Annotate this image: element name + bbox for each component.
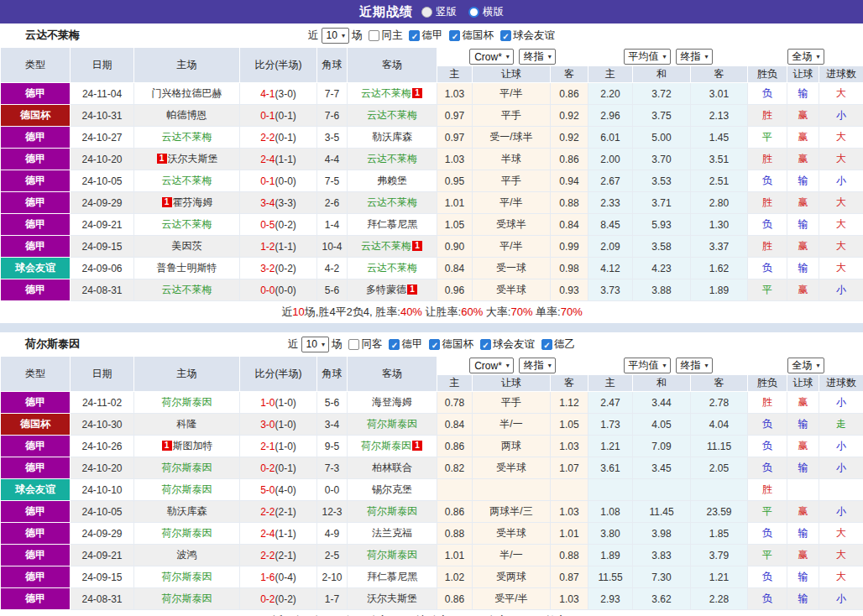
corner-cell: 4-2	[317, 258, 348, 279]
corner-cell: 3-5	[317, 127, 348, 149]
away-team-name: 法兰克福	[372, 527, 412, 539]
final-odds-select[interactable]: 终指▾	[519, 358, 556, 373]
goals-result-cell: 小	[819, 457, 863, 479]
winlose-result-cell: 平	[748, 501, 787, 523]
europe-odds-cell: 3.62	[633, 588, 691, 610]
home-team-cell: 科隆	[134, 414, 240, 436]
home-team-name: 荷尔斯泰因	[162, 593, 212, 604]
handicap-odds-cell: 1.01	[437, 192, 473, 214]
checkbox-checked[interactable]: ✓	[500, 30, 511, 41]
match-row: 德甲24-09-21云达不莱梅0-5(0-2)1-4拜仁慕尼黑1.05受球半0.…	[1, 214, 863, 236]
away-team-cell: 荷尔斯泰因	[348, 414, 437, 436]
layout-option-unselected[interactable]: 竖版	[421, 5, 457, 19]
league-type-cell: 球会友谊	[1, 479, 71, 501]
recent-count-select[interactable]: 10▾	[322, 28, 349, 44]
fulltime-score: 2-4	[260, 154, 275, 165]
away-team-cell: 柏林联合	[348, 457, 437, 479]
away-team-name: 云达不莱梅	[367, 262, 417, 274]
europe-odds-cell: 4.04	[691, 414, 748, 436]
col-header: 角球	[317, 357, 348, 392]
goals-result-cell: 小	[819, 588, 863, 610]
corner-cell: 2-6	[317, 192, 348, 214]
summary-text: 让胜率:	[422, 305, 461, 318]
away-team-cell: 法兰克福	[348, 523, 437, 545]
halftime-score: (1-1)	[275, 154, 296, 165]
summary-cell: 近10场,胜4平2负4, 胜率:40% 让胜率:60% 大率:70% 单率:70…	[1, 301, 863, 324]
home-team-cell: 1斯图加特	[134, 436, 240, 457]
handicap-odds-cell: 0.84	[551, 214, 588, 236]
col-header: 客场	[348, 48, 437, 83]
match-row: 德甲24-09-291霍芬海姆3-4(3-3)2-6云达不莱梅1.01平/半0.…	[1, 192, 863, 214]
europe-odds-cell: 1.21	[691, 566, 748, 588]
away-team-name: 拜仁慕尼黑	[367, 571, 417, 582]
handicap-odds-cell: 0.86	[437, 501, 473, 523]
europe-odds-cell: 3.88	[633, 279, 691, 301]
odds-provider-select[interactable]: Crow*▾	[469, 49, 514, 65]
filter-controls: 近10▾场同客✓德甲✓德国杯✓球会友谊✓德乙	[288, 337, 575, 352]
away-team-cell: 勒沃库森	[348, 127, 437, 149]
checkbox-checked[interactable]: ✓	[409, 30, 420, 41]
full-match-select[interactable]: 全场▾	[787, 358, 824, 373]
handicap-odds-cell: 受球半	[473, 214, 551, 236]
recent-count-select[interactable]: 10▾	[301, 337, 329, 352]
league-type-cell: 德甲	[1, 588, 71, 610]
radio-icon[interactable]	[468, 7, 479, 18]
recent-count-select-value: 10	[306, 338, 317, 350]
final-odds-select[interactable]: 终指▾	[519, 49, 556, 65]
sub-col-header: 主	[437, 66, 473, 83]
home-team-name: 荷尔斯泰因	[162, 462, 212, 473]
handicap-odds-cell: 0.92	[551, 127, 588, 149]
radio-icon[interactable]	[421, 7, 432, 18]
score-cell: 2-4(1-1)	[240, 149, 317, 170]
home-team-name: 普鲁士明斯特	[157, 262, 217, 274]
handicap-odds-cell: 0.86	[551, 149, 588, 170]
goals-result-cell: 大	[819, 192, 863, 214]
away-team-name: 沃尔夫斯堡	[367, 593, 417, 604]
checkbox-checked[interactable]: ✓	[480, 339, 491, 350]
goals-result-cell: 小	[819, 436, 863, 457]
league-type-cell: 德甲	[1, 436, 71, 457]
goals-result-cell: 大	[819, 566, 863, 588]
handicap-result-cell: 输	[787, 170, 819, 192]
average-odds-select-value: 平均值	[629, 358, 659, 373]
date-cell: 24-09-15	[71, 236, 134, 258]
home-team-name: 美因茨	[172, 240, 202, 252]
handicap-result-cell: 赢	[787, 279, 819, 301]
chevron-down-icon: ▾	[817, 362, 820, 369]
corner-cell: 1-4	[317, 214, 348, 236]
handicap-odds-cell: 受半球	[473, 457, 551, 479]
handicap-odds-cell: 1.03	[551, 436, 588, 457]
checkbox-checked[interactable]: ✓	[541, 339, 552, 350]
date-cell: 24-09-29	[71, 523, 134, 545]
average-odds-select[interactable]: 平均值▾	[624, 358, 671, 373]
date-cell: 24-08-31	[71, 588, 134, 610]
checkbox-checked[interactable]: ✓	[429, 339, 440, 350]
fulltime-score: 1-6	[260, 572, 275, 583]
section-header: 云达不莱梅近10▾场同主✓德甲✓德国杯✓球会友谊	[0, 23, 863, 47]
date-cell: 24-09-21	[71, 545, 134, 566]
games-label: 场	[352, 29, 363, 43]
checkbox-checked[interactable]: ✓	[389, 339, 400, 350]
europe-odds-cell: 3.75	[633, 105, 691, 127]
handicap-odds-cell: 0.88	[551, 545, 588, 566]
home-team-cell: 云达不莱梅	[134, 127, 240, 149]
europe-odds-cell: 3.80	[588, 523, 633, 545]
checkbox-checked[interactable]: ✓	[449, 30, 460, 41]
layout-option-selected[interactable]: 横版	[468, 5, 504, 19]
final-odds-select-2[interactable]: 终指▾	[676, 358, 713, 373]
full-match-select[interactable]: 全场▾	[787, 49, 824, 65]
odds-provider-select[interactable]: Crow*▾	[469, 358, 514, 373]
europe-odds-cell: 3.37	[691, 236, 748, 258]
score-cell: 2-2(2-1)	[240, 501, 317, 523]
sub-col-header: 和	[633, 375, 691, 392]
match-row: 德甲24-08-31荷尔斯泰因0-2(0-2)1-7沃尔夫斯堡0.86受平/半1…	[1, 588, 863, 610]
match-row: 德甲24-10-261斯图加特2-1(1-0)9-5荷尔斯泰因10.86两球1.…	[1, 436, 863, 457]
full-match-select-value: 全场	[792, 358, 813, 373]
checkbox-unchecked[interactable]	[369, 30, 379, 41]
handicap-odds-cell: 受半球	[473, 279, 551, 301]
fulltime-score: 0-1	[260, 175, 275, 187]
checkbox-unchecked[interactable]	[348, 339, 359, 350]
average-odds-select[interactable]: 平均值▾	[624, 49, 671, 65]
final-odds-select-2[interactable]: 终指▾	[676, 49, 713, 65]
section-divider	[0, 323, 863, 332]
